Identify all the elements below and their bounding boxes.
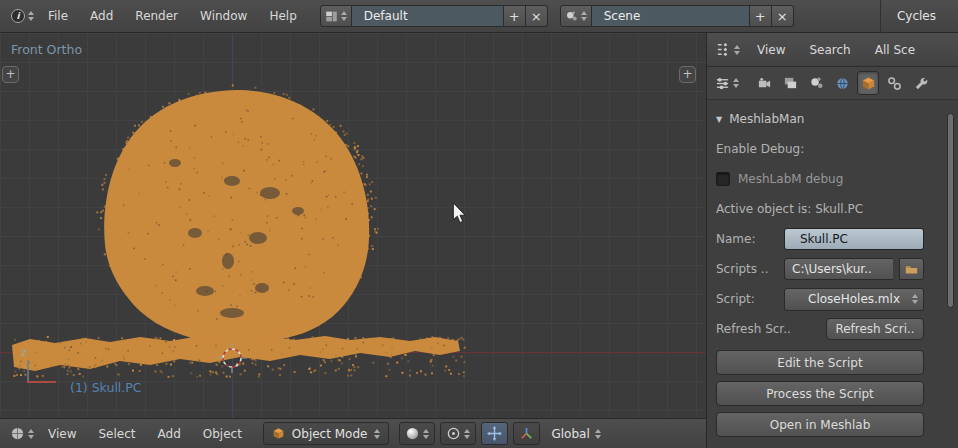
scene-browse-button[interactable] — [560, 5, 592, 27]
name-label: Name: — [716, 232, 778, 246]
scene-selector: Scene + × — [560, 5, 794, 27]
menu-select[interactable]: Select — [87, 427, 146, 441]
debug-checkbox-row: MeshLabM debug — [716, 164, 924, 194]
menu-render[interactable]: Render — [124, 9, 189, 23]
tab-render-layers[interactable] — [779, 71, 801, 95]
mode-selector[interactable]: Object Mode — [263, 422, 390, 445]
shading-sphere-icon — [405, 426, 420, 441]
stepper-arrows-icon — [464, 429, 470, 439]
scripts-label: Scripts .. — [716, 262, 778, 276]
open-meshlab-button[interactable]: Open in Meshlab — [716, 412, 924, 437]
panel-header-meshlabman[interactable]: ▼ MeshlabMan — [716, 108, 924, 130]
scripts-path-field[interactable]: C:\Users\kur.. — [784, 258, 893, 280]
viewport-shading-selector[interactable] — [399, 422, 435, 445]
outliner-menu-view[interactable]: View — [747, 43, 795, 57]
orientation-label: Global — [551, 427, 589, 441]
properties-icon — [715, 76, 730, 91]
menu-view[interactable]: View — [37, 427, 87, 441]
editor-type-selector-properties[interactable] — [712, 74, 742, 93]
active-object-row: Active object is: Skull.PC — [716, 194, 924, 224]
tab-render[interactable] — [753, 71, 775, 95]
mode-selector-label: Object Mode — [292, 427, 368, 441]
outliner-display-filter[interactable]: All Sce — [865, 43, 925, 57]
world-icon — [835, 76, 850, 91]
menu-window[interactable]: Window — [189, 9, 258, 23]
pivot-point-icon — [446, 426, 461, 441]
refresh-label: Refresh Scr.. — [716, 322, 820, 336]
camera-icon — [757, 76, 772, 91]
menu-object[interactable]: Object — [192, 427, 253, 441]
object-cube-icon — [861, 76, 876, 91]
panel-expand-triangle-icon: ▼ — [716, 115, 722, 124]
scene-unlink-button[interactable]: × — [772, 5, 794, 27]
screen-layout-add-button[interactable]: + — [504, 5, 526, 27]
axis-gizmo-icon — [519, 426, 534, 441]
stepper-arrows-icon — [912, 294, 918, 304]
properties-tabs — [753, 71, 931, 95]
screen-layout-name-field[interactable]: Default — [352, 5, 504, 27]
editor-type-selector-outliner[interactable] — [713, 40, 743, 59]
editor-type-selector-info[interactable]: i — [8, 7, 37, 25]
stepper-arrows-icon — [423, 429, 429, 439]
outliner-menu-search[interactable]: Search — [799, 43, 860, 57]
scene-add-button[interactable]: + — [750, 5, 772, 27]
scripts-row: Scripts .. C:\Users\kur.. — [716, 254, 924, 284]
tab-modifiers[interactable] — [909, 71, 931, 95]
stepper-arrows-icon — [734, 45, 740, 55]
orientation-selector[interactable]: Global — [545, 427, 606, 441]
process-script-button[interactable]: Process the Script — [716, 381, 924, 406]
script-dropdown-value: CloseHoles.mlx — [808, 292, 900, 306]
edit-script-button[interactable]: Edit the Script — [716, 350, 924, 375]
menu-add-object[interactable]: Add — [147, 427, 192, 441]
refresh-script-button[interactable]: Refresh Scri.. — [826, 318, 924, 340]
viewport-editor-icon — [10, 426, 25, 441]
tab-constraints[interactable] — [883, 71, 905, 95]
properties-panel-body: ▼ MeshlabMan Enable Debug: MeshLabM debu… — [707, 100, 958, 448]
scene-name-field[interactable]: Scene — [592, 5, 750, 27]
editor-type-selector-3dview[interactable] — [7, 424, 37, 443]
view-name-label: Front Ortho — [11, 42, 82, 57]
modifiers-wrench-icon — [913, 76, 928, 91]
viewport-3d[interactable]: Front Ortho + + z (1) Skull.PC — [0, 33, 706, 418]
stepper-arrows-icon — [28, 11, 34, 21]
menu-add[interactable]: Add — [79, 9, 124, 23]
object-cube-icon — [272, 427, 285, 440]
manipulator-toggle[interactable] — [481, 422, 508, 445]
stepper-arrows-icon — [341, 11, 347, 21]
stepper-arrows-icon — [28, 429, 34, 439]
render-engine-selector[interactable]: Cycles — [880, 0, 950, 33]
script-row: Script: CloseHoles.mlx — [716, 284, 924, 314]
viewport-header: View Select Add Object Object Mode Globa… — [0, 418, 706, 448]
pivot-point-selector[interactable] — [440, 422, 476, 445]
stepper-arrows-icon — [733, 78, 739, 88]
toolshelf-expand-button[interactable]: + — [2, 66, 19, 83]
properties-scrollbar[interactable] — [947, 113, 954, 308]
scene-icon — [809, 76, 824, 91]
script-dropdown[interactable]: CloseHoles.mlx — [784, 288, 924, 311]
active-object-label: (1) Skull.PC — [70, 380, 142, 395]
mouse-cursor — [452, 203, 467, 225]
mini-axis-widget: z — [16, 346, 70, 390]
stepper-arrows-icon — [595, 429, 601, 439]
name-field[interactable]: Skull.PC — [784, 228, 924, 250]
info-icon: i — [11, 9, 25, 23]
enable-debug-label: Enable Debug: — [716, 142, 804, 156]
scripts-browse-button[interactable] — [899, 258, 924, 280]
debug-checkbox-label: MeshLabM debug — [738, 172, 843, 186]
skull-pointcloud — [0, 33, 706, 418]
manipulator-axis-button[interactable] — [513, 422, 540, 445]
screen-layout-unlink-button[interactable]: × — [526, 5, 548, 27]
tab-scene[interactable] — [805, 71, 827, 95]
mini-axis-z-line — [27, 360, 29, 381]
enable-debug-row: Enable Debug: — [716, 134, 924, 164]
folder-browse-icon — [905, 263, 918, 276]
tab-object[interactable] — [857, 71, 879, 95]
menu-help[interactable]: Help — [258, 9, 307, 23]
sidebar-expand-button[interactable]: + — [679, 66, 696, 83]
tab-world[interactable] — [831, 71, 853, 95]
outliner-header: View Search All Sce — [707, 33, 958, 67]
menu-file[interactable]: File — [37, 9, 79, 23]
screen-layout-browse-button[interactable] — [320, 5, 352, 27]
constraints-chain-icon — [887, 76, 902, 91]
debug-checkbox[interactable] — [716, 172, 730, 186]
